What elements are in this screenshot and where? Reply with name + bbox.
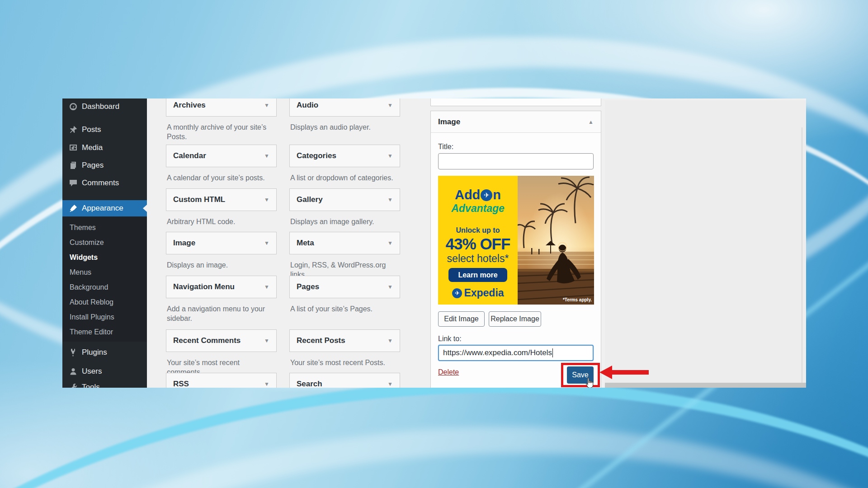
widget-card-meta: Meta ▼ Login, RSS, & WordPress.org links… xyxy=(289,232,400,279)
sidebar-item-dashboard[interactable]: Dashboard xyxy=(62,99,147,115)
sidebar-item-appearance[interactable]: Appearance xyxy=(62,200,147,216)
chevron-down-icon[interactable]: ▼ xyxy=(387,102,393,108)
chevron-down-icon[interactable]: ▼ xyxy=(264,153,269,159)
airplane-glyph: ✈ xyxy=(455,290,460,296)
scrollbar-track[interactable] xyxy=(802,127,802,388)
sidebar-subitem-background[interactable]: Background xyxy=(62,280,147,295)
widget-card-header[interactable]: Custom HTML ▼ xyxy=(166,188,277,211)
sidebar-label: Dashboard xyxy=(82,102,119,111)
widget-card-gallery: Gallery ▼ Displays an image gallery. xyxy=(289,188,400,226)
widget-card-rss: RSS ▼ xyxy=(166,373,277,388)
sidebar-item-media[interactable]: Media xyxy=(62,140,147,156)
widget-card-header[interactable]: Categories ▼ xyxy=(289,145,400,167)
widget-title: Calendar xyxy=(173,151,264,160)
pushpin-icon xyxy=(68,125,78,135)
widget-card-header[interactable]: Recent Comments ▼ xyxy=(166,329,277,352)
sidebar-item-comments[interactable]: Comments xyxy=(62,175,147,191)
chevron-down-icon[interactable]: ▼ xyxy=(264,102,269,108)
sidebar-label: Appearance xyxy=(82,204,123,213)
widget-card-header[interactable]: Calendar ▼ xyxy=(166,145,277,167)
widget-card-header[interactable]: RSS ▼ xyxy=(166,373,277,388)
widget-card-header[interactable]: Navigation Menu ▼ xyxy=(166,276,277,298)
widget-description: Arbitrary HTML code. xyxy=(166,217,274,226)
chevron-down-icon[interactable]: ▼ xyxy=(387,153,393,159)
widget-description: A monthly archive of your site’s Posts. xyxy=(166,122,274,141)
ad-terms-text: *Terms apply. xyxy=(563,297,592,302)
widget-card-header[interactable]: Gallery ▼ xyxy=(289,188,400,211)
sidebar-item-pages[interactable]: Pages xyxy=(62,157,147,174)
sidebar-subitem-themes[interactable]: Themes xyxy=(62,220,147,235)
ad-discount-text: 43% OFF xyxy=(438,235,518,253)
widget-card-header[interactable]: Pages ▼ xyxy=(289,276,400,298)
chevron-down-icon[interactable]: ▼ xyxy=(264,284,269,290)
widget-title: Pages xyxy=(297,282,387,291)
chevron-down-icon[interactable]: ▼ xyxy=(387,284,393,290)
widget-description: Displays an audio player. xyxy=(289,122,397,132)
widget-title: RSS xyxy=(173,380,264,388)
chevron-down-icon[interactable]: ▼ xyxy=(387,240,393,246)
ad-unlock-text: Unlock up to xyxy=(438,226,518,235)
paintbrush-icon xyxy=(68,203,78,213)
widget-card-header[interactable]: Image ▼ xyxy=(166,232,277,254)
chevron-down-icon[interactable]: ▼ xyxy=(387,381,393,387)
expedia-globe-icon: ✈ xyxy=(481,189,492,201)
widget-card-header[interactable]: Audio ▼ xyxy=(289,99,400,117)
widget-card-header[interactable]: Recent Posts ▼ xyxy=(289,329,400,352)
sidebar-subitem-menus[interactable]: Menus xyxy=(62,265,147,280)
widget-description: Displays an image gallery. xyxy=(289,217,397,226)
image-widget-panel-header[interactable]: Image ▲ xyxy=(431,111,601,133)
dashboard-icon xyxy=(68,102,78,112)
plug-icon xyxy=(68,347,78,357)
chevron-down-icon[interactable]: ▼ xyxy=(387,197,393,203)
annotation-arrow-head xyxy=(599,366,612,379)
wordpress-widgets-screen: Dashboard Posts Media Pages Comments xyxy=(62,99,806,388)
chevron-down-icon[interactable]: ▼ xyxy=(264,338,269,344)
sidebar-subitem-about-reblog[interactable]: About Reblog xyxy=(62,295,147,310)
chevron-down-icon[interactable]: ▼ xyxy=(264,197,269,203)
airplane-glyph: ✈ xyxy=(484,191,490,199)
comment-bubble-icon xyxy=(68,178,78,188)
widget-card-header[interactable]: Search ▼ xyxy=(289,373,400,388)
image-preview[interactable]: Add ✈ n Advantage Unlock up to 43% OFF s… xyxy=(438,176,594,305)
sidebar-widgets-empty-area xyxy=(605,100,806,388)
sidebar-subitem-widgets[interactable]: Widgets xyxy=(62,250,147,265)
chevron-down-icon[interactable]: ▼ xyxy=(387,338,393,344)
sidebar-item-plugins[interactable]: Plugins xyxy=(62,344,147,361)
title-input[interactable] xyxy=(438,153,594,169)
widget-title: Navigation Menu xyxy=(173,282,264,291)
sidebar-label: Plugins xyxy=(82,348,107,357)
widget-card-categories: Categories ▼ A list or dropdown of categ… xyxy=(289,145,400,183)
ad-n-text: n xyxy=(493,188,501,202)
sidebar-item-posts[interactable]: Posts xyxy=(62,122,147,138)
widget-card-search: Search ▼ xyxy=(289,373,400,388)
sidebar-item-users[interactable]: Users xyxy=(62,363,147,380)
widget-title: Archives xyxy=(173,101,264,110)
widget-title: Search xyxy=(297,380,387,388)
ad-hotels-text: select hotels* xyxy=(438,253,518,265)
widget-card-archives: Archives ▼ A monthly archive of your sit… xyxy=(166,99,277,141)
sunset-beach-illustration xyxy=(518,176,594,305)
ad-learn-more-button: Learn more xyxy=(448,268,507,282)
edit-image-button[interactable]: Edit Image xyxy=(438,311,485,327)
delete-link[interactable]: Delete xyxy=(438,368,459,376)
widget-card-header[interactable]: Meta ▼ xyxy=(289,232,400,254)
ad-advantage-text: Advantage xyxy=(438,202,518,215)
sidebar-subitem-install-plugins[interactable]: Install Plugins xyxy=(62,310,147,324)
sidebar-item-tools[interactable]: Tools xyxy=(62,379,147,388)
text-caret xyxy=(552,348,553,357)
admin-sidebar: Dashboard Posts Media Pages Comments xyxy=(62,99,147,388)
link-input[interactable]: https://www.expedia.com/Hotels xyxy=(438,345,594,361)
replace-image-button[interactable]: Replace Image xyxy=(489,311,541,327)
sidebar-label: Posts xyxy=(82,125,101,134)
link-field-label: Link to: xyxy=(438,335,462,343)
chevron-down-icon[interactable]: ▼ xyxy=(264,240,269,246)
ad-add-text: Add xyxy=(455,188,480,202)
sidebar-subitem-theme-editor[interactable]: Theme Editor xyxy=(62,324,147,339)
sidebar-subitem-customize[interactable]: Customize xyxy=(62,235,147,250)
widget-card-header[interactable]: Archives ▼ xyxy=(166,99,277,117)
wrench-icon xyxy=(68,382,78,388)
chevron-up-icon[interactable]: ▲ xyxy=(588,119,594,125)
sidebar-label: Tools xyxy=(82,383,100,388)
widget-card-audio: Audio ▼ Displays an audio player. xyxy=(289,99,400,132)
chevron-down-icon[interactable]: ▼ xyxy=(264,381,269,387)
